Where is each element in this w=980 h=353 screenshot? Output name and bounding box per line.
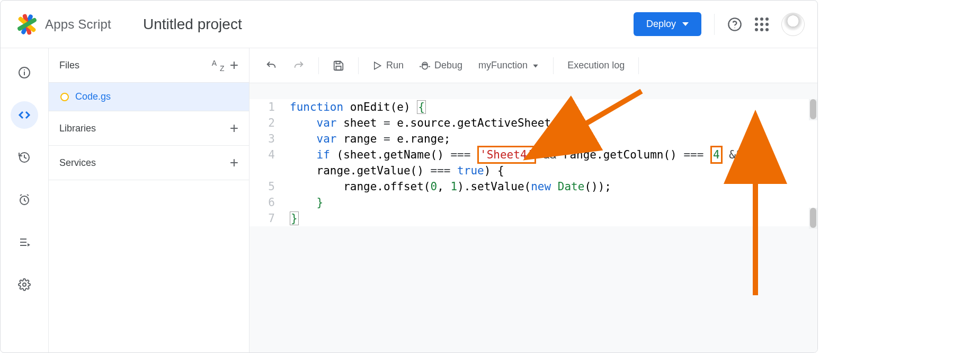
- nav-rail: [1, 48, 48, 353]
- help-icon[interactable]: [727, 17, 742, 32]
- chevron-down-icon: [532, 62, 539, 69]
- apps-script-logo-icon: [13, 12, 39, 37]
- google-apps-icon[interactable]: [755, 17, 769, 31]
- function-name: myFunction: [478, 60, 528, 71]
- code-scrollbar[interactable]: [809, 99, 817, 120]
- gear-icon: [18, 278, 31, 291]
- code-text[interactable]: function onEdit(e) { var sheet = e.sourc…: [281, 99, 817, 226]
- rail-settings[interactable]: [11, 271, 38, 298]
- executions-icon: [18, 236, 31, 249]
- files-header: Files +: [49, 48, 249, 83]
- deploy-label: Deploy: [646, 19, 676, 30]
- svg-line-10: [20, 195, 22, 196]
- svg-marker-15: [28, 243, 30, 246]
- editor-toolbar: Run Debug myFunction Execution log: [250, 48, 817, 83]
- divider: [714, 14, 715, 35]
- run-button[interactable]: Run: [366, 56, 410, 75]
- debug-label: Debug: [434, 60, 462, 71]
- project-title[interactable]: Untitled project: [143, 16, 242, 33]
- app-header: Apps Script Untitled project Deploy: [1, 1, 817, 48]
- info-icon: [18, 66, 31, 79]
- rail-executions[interactable]: [11, 228, 38, 256]
- rail-triggers-history[interactable]: [11, 144, 38, 171]
- highlight-column: 4: [710, 146, 723, 164]
- history-icon: [18, 151, 31, 164]
- rail-editor[interactable]: [11, 101, 38, 129]
- play-icon: [372, 61, 382, 70]
- divider: [358, 57, 359, 74]
- svg-rect-17: [336, 66, 341, 69]
- editor-pane: Run Debug myFunction Execution log 1 2: [250, 48, 817, 353]
- file-name: Code.gs: [75, 91, 111, 102]
- svg-point-16: [23, 283, 26, 286]
- add-file-button[interactable]: +: [230, 58, 238, 73]
- chevron-down-icon: [682, 22, 689, 26]
- sort-icon[interactable]: [213, 60, 224, 70]
- avatar[interactable]: [781, 13, 805, 36]
- execution-log-button[interactable]: Execution log: [561, 56, 631, 75]
- services-header: Services +: [49, 146, 249, 180]
- execution-log-label: Execution log: [567, 60, 625, 71]
- add-library-button[interactable]: +: [230, 121, 238, 136]
- add-service-button[interactable]: +: [230, 155, 238, 170]
- svg-point-5: [734, 27, 735, 28]
- undo-icon: [265, 60, 277, 72]
- run-label: Run: [386, 60, 404, 71]
- libraries-label: Libraries: [59, 123, 224, 134]
- save-button[interactable]: [326, 56, 351, 76]
- svg-line-11: [27, 195, 29, 196]
- undo-button[interactable]: [259, 56, 283, 76]
- redo-icon: [293, 60, 305, 72]
- app-logo[interactable]: Apps Script: [13, 12, 111, 37]
- code-icon: [18, 109, 31, 121]
- alarm-icon: [18, 193, 31, 206]
- divider: [553, 57, 554, 74]
- highlight-sheet: 'Sheet4': [477, 146, 536, 164]
- unsaved-indicator-icon: [60, 93, 69, 101]
- scroll-thumb[interactable]: [810, 99, 816, 119]
- code-editor[interactable]: 1 2 3 4 5 6 7 function onEdit(e) { var s…: [250, 83, 817, 353]
- svg-point-4: [728, 18, 741, 30]
- save-icon: [333, 60, 344, 72]
- line-number-gutter: 1 2 3 4 5 6 7: [250, 99, 281, 226]
- debug-button[interactable]: Debug: [413, 56, 469, 75]
- libraries-header: Libraries +: [49, 111, 249, 146]
- deploy-button[interactable]: Deploy: [634, 12, 701, 36]
- svg-marker-23: [533, 64, 538, 67]
- workspace: Files + Code.gs Libraries + Services +: [1, 48, 817, 353]
- svg-point-8: [24, 69, 25, 70]
- divider: [638, 57, 639, 74]
- svg-marker-19: [375, 62, 381, 69]
- services-label: Services: [59, 157, 224, 169]
- debug-icon: [420, 60, 430, 71]
- files-sidebar: Files + Code.gs Libraries + Services +: [48, 48, 250, 353]
- minimap-scrollbar[interactable]: [809, 208, 817, 229]
- rail-overview[interactable]: [11, 59, 38, 86]
- files-label: Files: [59, 60, 207, 71]
- redo-button: [287, 56, 311, 76]
- scroll-thumb[interactable]: [810, 208, 816, 228]
- file-item-code-gs[interactable]: Code.gs: [49, 83, 249, 111]
- function-selector[interactable]: myFunction: [472, 56, 546, 75]
- svg-rect-18: [336, 61, 340, 64]
- app-name: Apps Script: [45, 17, 111, 32]
- divider: [318, 57, 319, 74]
- rail-triggers[interactable]: [11, 186, 38, 214]
